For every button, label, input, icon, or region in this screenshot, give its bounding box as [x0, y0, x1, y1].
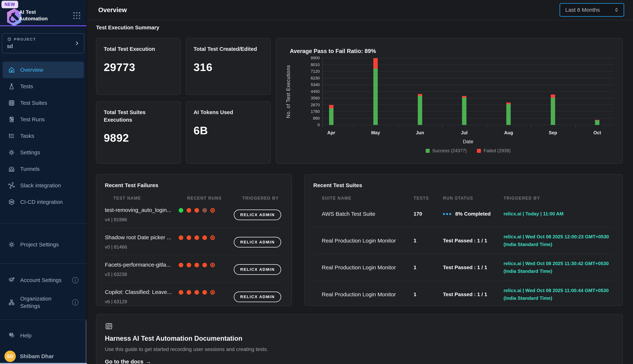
- pass-fail-chart-card: Average Pass to Fail Ratio: 89% No. of T…: [276, 38, 623, 164]
- triggered-by-button[interactable]: RELICX ADMIN: [234, 264, 281, 275]
- dashboard: Test Execution Summary Total Test Execut…: [87, 20, 633, 364]
- grid-table-icon: [8, 100, 15, 106]
- sidebar-vertical-scrollbar[interactable]: [86, 320, 87, 362]
- test-meta: v6 | 63129: [105, 299, 179, 304]
- sidebar-item-settings[interactable]: Settings: [3, 144, 84, 161]
- triggered-by-link[interactable]: relicx.ai | Wed Oct 08 2025 11:00:44 GMT…: [504, 287, 614, 302]
- recent-runs: [179, 208, 234, 213]
- bar-success-segment: [551, 98, 555, 125]
- run-status-dot-failed: [194, 208, 199, 213]
- gear-icon: [8, 149, 15, 156]
- stat-card-total-test-created: Total Test Created/Edited 316: [186, 38, 271, 95]
- app-launcher-icon[interactable]: [73, 12, 80, 19]
- project-selector[interactable]: PROJECT sd: [2, 33, 84, 54]
- chart-gridline: [323, 118, 613, 118]
- sidebar-item-tests[interactable]: Tests: [3, 78, 84, 95]
- date-range-value: Last 6 Months: [565, 7, 600, 13]
- table-row[interactable]: Real Production Login Monitor 1 Test Pas…: [313, 254, 614, 281]
- table-row[interactable]: Real Production Login Monitor 1 Test Pas…: [313, 228, 614, 254]
- triggered-by-link[interactable]: relicx.ai | Wed Oct 08 2025 12:00:23 GMT…: [504, 233, 614, 248]
- avatar: SD: [5, 350, 16, 362]
- sidebar-divider: [0, 223, 87, 224]
- table-row[interactable]: AWS Batch Test Suite 170 8% Completed re…: [313, 201, 614, 228]
- topbar: Overview Last 6 Months: [87, 0, 633, 20]
- sidebar-item-account-settings[interactable]: Account Settings i: [3, 272, 84, 288]
- info-icon[interactable]: i: [72, 277, 78, 283]
- test-name[interactable]: Shadow root Date picker ...: [105, 234, 179, 240]
- triggered-by-button[interactable]: RELICX ADMIN: [234, 292, 281, 302]
- sidebar-item-test-runs[interactable]: Test Runs: [3, 111, 84, 128]
- y-axis-tick-label: 8010: [301, 62, 320, 67]
- test-name[interactable]: test-removing_auto_login...: [105, 207, 179, 213]
- chart-gridline: [323, 84, 613, 85]
- suite-name[interactable]: AWS Batch Test Suite: [322, 211, 414, 217]
- test-meta: v3 | 63238: [105, 272, 179, 277]
- chart-bar-jun: [418, 94, 422, 125]
- triggered-by-button[interactable]: RELICX ADMIN: [234, 237, 281, 248]
- chart-bar-jul: [462, 96, 466, 125]
- test-name[interactable]: Copilot: Classified: Leave...: [105, 289, 179, 295]
- sidebar-item-help[interactable]: ? Help: [3, 327, 84, 344]
- run-status-dot-current: [210, 290, 215, 295]
- sidebar-item-cicd-integration[interactable]: CI-CD integration: [3, 194, 84, 210]
- recent-runs: [179, 236, 234, 240]
- sidebar-item-overview[interactable]: Overview: [3, 62, 84, 78]
- suite-name[interactable]: Real Production Login Monitor: [322, 291, 414, 298]
- sidebar-item-tasks[interactable]: Tasks: [3, 128, 84, 144]
- info-icon[interactable]: i: [72, 299, 78, 306]
- bar-failed-segment: [329, 105, 334, 108]
- test-runs-icon: [8, 116, 15, 123]
- suite-name[interactable]: Real Production Login Monitor: [322, 238, 414, 244]
- recent-test-failures-card: Recent Test Failures TEST NAME RECENT RU…: [96, 174, 292, 306]
- chart-gridline: [323, 125, 613, 125]
- chart-bar-may: [373, 58, 378, 125]
- run-status-dot-failed: [187, 290, 191, 295]
- page-title: Overview: [98, 6, 127, 14]
- triggered-by-button[interactable]: RELICX ADMIN: [234, 210, 281, 220]
- date-range-select[interactable]: Last 6 Months: [559, 3, 624, 17]
- sidebar-horizontal-scrollbar[interactable]: [0, 363, 87, 364]
- y-axis-tick-label: 4450: [301, 89, 320, 94]
- table-row[interactable]: test-removing_auto_login... v4 | 81996 R…: [105, 201, 283, 228]
- user-menu[interactable]: SD Shibam Dhar: [5, 350, 84, 362]
- bar-success-segment: [329, 108, 334, 125]
- run-status-dot-failed: [202, 263, 207, 267]
- sidebar-item-test-suites[interactable]: Test Suites: [3, 95, 84, 111]
- y-axis-tick-label: 6230: [301, 76, 320, 80]
- panel-title: Recent Test Failures: [105, 182, 283, 188]
- table-row[interactable]: Real Production Login Monitor 1 Test Pas…: [313, 281, 614, 306]
- table-row[interactable]: Copilot: Classified: Leave... v6 | 63129…: [105, 283, 283, 306]
- bar-success-segment: [506, 104, 511, 125]
- chart-plot-area: 0890178026703560445053406230712080108900…: [323, 58, 613, 125]
- run-status: Test Passed : 1 / 1: [443, 292, 504, 298]
- sidebar-item-organization-settings[interactable]: Organization Settings i: [3, 291, 84, 314]
- run-status-dot-muted: [202, 208, 207, 213]
- triggered-by-link[interactable]: relicx.ai | Today | 11:00 AM: [504, 210, 614, 218]
- suite-name[interactable]: Real Production Login Monitor: [322, 264, 414, 270]
- sidebar-item-project-settings[interactable]: Project Settings: [3, 236, 84, 253]
- tunnel-icon: [8, 166, 15, 172]
- run-status-dot-failed: [194, 236, 199, 240]
- triggered-by-link[interactable]: relicx.ai | Wed Oct 08 2025 11:30:42 GMT…: [504, 260, 614, 275]
- test-meta: v4 | 81996: [105, 217, 179, 222]
- run-status-dot-current: [210, 208, 215, 213]
- bar-success-segment: [373, 68, 378, 125]
- bar-failed-segment: [551, 94, 555, 98]
- run-status-dot-failed: [179, 263, 183, 267]
- run-status: 8% Completed: [443, 211, 504, 217]
- test-name[interactable]: Facets-performance-gitla...: [105, 262, 179, 268]
- table-row[interactable]: Facets-performance-gitla... v3 | 63238 R…: [105, 256, 283, 283]
- legend-label: Success (24377): [432, 148, 467, 154]
- run-status-dot-failed: [202, 236, 207, 240]
- table-row[interactable]: Shadow root Date picker ... v0 | 81466 R…: [105, 228, 283, 256]
- suite-tests: 170: [414, 211, 443, 217]
- go-to-docs-link[interactable]: Go to the docs →: [105, 358, 614, 364]
- run-status-dot-current: [210, 263, 215, 267]
- bar-failed-segment: [462, 96, 466, 98]
- sidebar-item-tunnels[interactable]: Tunnels: [3, 161, 84, 177]
- bar-failed-segment: [506, 102, 511, 104]
- newspaper-icon: [105, 322, 614, 330]
- sidebar-item-slack-integration[interactable]: Slack integration: [3, 177, 84, 194]
- org-chart-icon: [8, 299, 15, 306]
- bar-failed-segment: [373, 58, 378, 68]
